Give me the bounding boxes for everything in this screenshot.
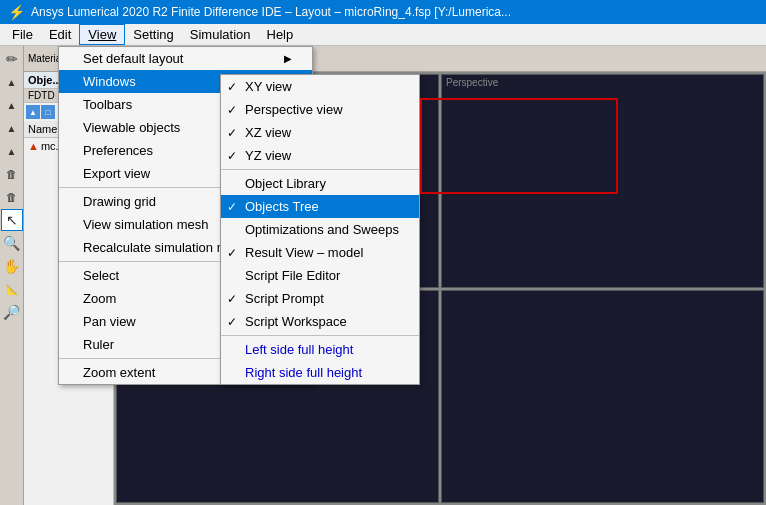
check-icon: ✓ xyxy=(227,126,237,140)
check-icon: ✓ xyxy=(227,315,237,329)
menu-item-label: XY view xyxy=(245,79,292,94)
menu-item-label: Script Workspace xyxy=(245,314,347,329)
menu-file[interactable]: File xyxy=(4,25,41,44)
menu-bar: File Edit View Setting Simulation Help xyxy=(0,24,766,46)
menu-item-label: Left side full height xyxy=(245,342,353,357)
win-perspective-view[interactable]: ✓ Perspective view xyxy=(221,98,419,121)
view-perspective[interactable]: Perspective xyxy=(441,74,764,288)
win-right-full[interactable]: Right side full height xyxy=(221,361,419,384)
menu-simulation[interactable]: Simulation xyxy=(182,25,259,44)
menu-item-label: Drawing grid xyxy=(83,194,156,209)
menu-item-label: YZ view xyxy=(245,148,291,163)
win-xy-view[interactable]: ✓ XY view xyxy=(221,75,419,98)
menu-item-label: Windows xyxy=(83,74,136,89)
menu-item-label: Pan view xyxy=(83,314,136,329)
menu-item-label: Viewable objects xyxy=(83,120,180,135)
win-objects-tree[interactable]: ✓ Objects Tree xyxy=(221,195,419,218)
menu-item-label: Select xyxy=(83,268,119,283)
check-icon: ✓ xyxy=(227,103,237,117)
separator-win-1 xyxy=(221,169,419,170)
menu-item-label: Object Library xyxy=(245,176,326,191)
arrow-icon: ▶ xyxy=(284,53,292,64)
app-icon: ⚡ xyxy=(8,4,25,20)
menu-setting[interactable]: Setting xyxy=(125,25,181,44)
menu-help[interactable]: Help xyxy=(259,25,302,44)
menu-item-label: Script Prompt xyxy=(245,291,324,306)
view-perspective-label: Perspective xyxy=(446,77,498,88)
menu-item-label: Script File Editor xyxy=(245,268,340,283)
menu-edit[interactable]: Edit xyxy=(41,25,79,44)
menu-view[interactable]: View xyxy=(79,24,125,45)
win-object-library[interactable]: Object Library xyxy=(221,172,419,195)
title-bar: ⚡ Ansys Lumerical 2020 R2 Finite Differe… xyxy=(0,0,766,24)
win-script-prompt[interactable]: ✓ Script Prompt xyxy=(221,287,419,310)
win-opt-sweeps[interactable]: Optimizations and Sweeps xyxy=(221,218,419,241)
menu-item-label: Optimizations and Sweeps xyxy=(245,222,399,237)
view-yz[interactable] xyxy=(441,290,764,504)
menu-item-label: Export view xyxy=(83,166,150,181)
title-text: Ansys Lumerical 2020 R2 Finite Differenc… xyxy=(31,5,511,19)
menu-item-label: Preferences xyxy=(83,143,153,158)
check-icon: ✓ xyxy=(227,292,237,306)
check-icon: ✓ xyxy=(227,149,237,163)
win-script-editor[interactable]: Script File Editor xyxy=(221,264,419,287)
menu-item-label: View simulation mesh xyxy=(83,217,208,232)
windows-submenu: ✓ XY view ✓ Perspective view ✓ XZ view ✓… xyxy=(220,74,420,385)
menu-set-default-layout[interactable]: Set default layout ▶ xyxy=(59,47,312,70)
menu-item-label: Toolbars xyxy=(83,97,132,112)
win-result-view[interactable]: ✓ Result View – model xyxy=(221,241,419,264)
win-script-workspace[interactable]: ✓ Script Workspace xyxy=(221,310,419,333)
win-xz-view[interactable]: ✓ XZ view xyxy=(221,121,419,144)
menu-item-label: Result View – model xyxy=(245,245,363,260)
check-icon: ✓ xyxy=(227,80,237,94)
menu-item-label: Objects Tree xyxy=(245,199,319,214)
menu-item-label: Zoom extent xyxy=(83,365,155,380)
win-yz-view[interactable]: ✓ YZ view xyxy=(221,144,419,167)
check-icon: ✓ xyxy=(227,200,237,214)
menu-item-label: Perspective view xyxy=(245,102,343,117)
win-left-full[interactable]: Left side full height xyxy=(221,338,419,361)
menu-item-label: Set default layout xyxy=(83,51,183,66)
menu-item-label: Right side full height xyxy=(245,365,362,380)
menu-item-label: Zoom xyxy=(83,291,116,306)
dropdown-overlay: Set default layout ▶ Windows ▶ Toolbars … xyxy=(0,46,313,385)
check-icon: ✓ xyxy=(227,246,237,260)
menu-item-label: Ruler xyxy=(83,337,114,352)
separator-win-2 xyxy=(221,335,419,336)
menu-item-label: XZ view xyxy=(245,125,291,140)
